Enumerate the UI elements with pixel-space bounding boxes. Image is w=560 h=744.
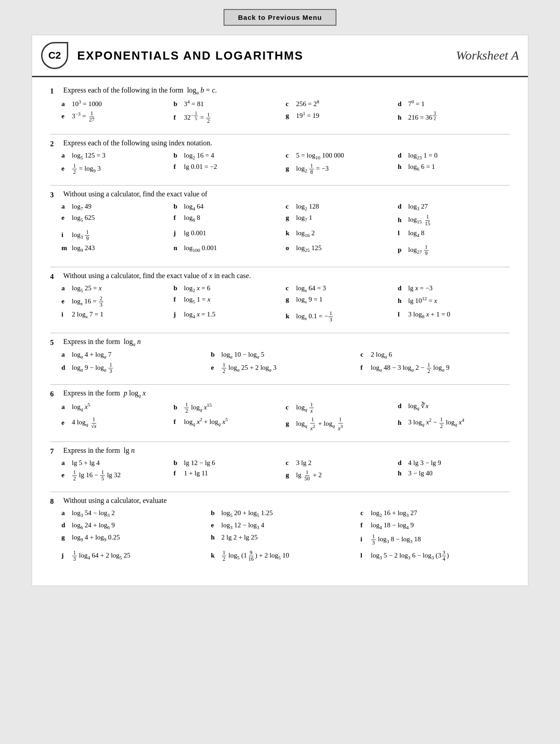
list-item: d70 = 1 [398,99,510,108]
list-item: blog2 16 = 4 [173,152,285,160]
list-item: h3 − lg 40 [398,470,510,482]
list-item: flg 0.01 = −2 [173,163,285,175]
list-item: olog25 125 [286,244,398,256]
q8-text: Without using a calculator, evaluate [63,497,509,505]
question-4: 4 Without using a calculator, find the e… [50,272,510,323]
list-item: alog3 54 − log3 2 [61,509,211,518]
q5-parts: aloga 4 + loga 7 bloga 10 − loga 5 c2 lo… [61,351,510,374]
worksheet-label: Worksheet A [456,48,519,63]
content: 1 Express each of the following in the f… [32,77,528,586]
list-item: bloga 10 − loga 5 [211,351,360,359]
list-item: e12 loga 25 + 2 loga 3 [211,362,360,374]
list-item: clog2 16 + log3 27 [360,509,510,518]
q1-number: 1 [50,87,61,95]
q3-parts: alog7 49 blog4 64 clog2 128 dlog3 27 elo… [61,203,510,256]
list-item: dlog23 1 = 0 [398,152,510,160]
list-item: dlg x = −3 [398,284,510,293]
list-item: dlog3 27 [398,203,510,211]
list-item: f32−15 = 12 [173,111,285,124]
list-item: dlog6 24 + log6 9 [61,521,211,530]
q2-text: Express each of the following using inde… [63,139,509,147]
list-item: l3 log8 x + 1 = 0 [398,311,510,323]
q4-parts: alog5 25 = x blog2 x = 6 clogx 64 = 3 dl… [61,284,510,323]
list-item: g191 = 19 [286,111,398,124]
list-item: alog5 125 = 3 [61,152,173,160]
list-item: alog5 25 = x [61,284,173,293]
q4-text: Without using a calculator, find the exa… [63,272,509,280]
list-item: llog3 5 − 2 log3 6 − log3 (334) [360,550,510,562]
list-item: flogq x2 + logq x5 [173,417,285,431]
list-item: jlog4 x = 1.5 [173,311,285,323]
list-item: h2 lg 2 + lg 25 [211,534,360,546]
question-2: 2 Express each of the following using in… [50,139,510,175]
question-7: 7 Express in the form lg n alg 5 + lg 4 … [50,446,510,482]
q7-number: 7 [50,447,61,456]
q4-number: 4 [50,273,61,281]
list-item: aloga 4 + loga 7 [61,351,211,359]
q8-number: 8 [50,498,61,506]
list-item: glog7 1 [286,214,398,226]
list-item: c3 lg 2 [286,459,398,467]
list-item: b12 logq x15 [173,402,285,414]
list-item: clogq 1x [286,402,398,414]
q3-text: Without using a calculator, find the exa… [63,190,509,198]
list-item: dlogq ∛x [398,402,510,414]
list-item: hlog15 115 [398,214,510,226]
list-item: elog3 12 − log3 4 [211,521,360,530]
q3-number: 3 [50,191,61,199]
list-item: k12 log5 (1916) + 2 log5 10 [211,550,360,562]
list-item: e4 logq 1√x [61,417,173,431]
list-item: c2 loga 6 [360,351,510,359]
q6-number: 6 [50,390,61,398]
question-8: 8 Without using a calculator, evaluate a… [50,497,510,562]
list-item: a103 = 1000 [61,99,173,108]
list-item: c5 = log10 100 000 [286,152,398,160]
list-item: elogx 16 = 23 [61,296,173,308]
question-3: 3 Without using a calculator, find the e… [50,190,510,256]
list-item: klogx 0.1 = −13 [286,311,398,323]
list-item: c256 = 28 [286,99,398,108]
list-item: b34 = 81 [173,99,285,108]
question-1: 1 Express each of the following in the f… [50,86,510,124]
list-item: alg 5 + lg 4 [61,459,173,467]
q6-parts: alogq x5 b12 logq x15 clogq 1x dlogq ∛x … [61,402,510,432]
list-item: h3 logq x2 − 12 logq x4 [398,417,510,431]
q7-parts: alg 5 + lg 4 blg 12 − lg 6 c3 lg 2 d4 lg… [61,459,510,482]
list-item: e12 lg 16 − 15 lg 32 [61,470,173,482]
c2-badge: C2 [41,42,68,69]
list-item: flog8 8 [173,214,285,226]
list-item: dloga 9 − loga 13 [61,362,211,374]
list-item: blog4 64 [173,203,285,211]
list-item: hlg 1012 = x [398,296,510,308]
list-item: llog4 8 [398,229,510,242]
list-item: glog2 18 = −3 [286,163,398,175]
back-button[interactable]: Back to Previous Menu [224,9,336,26]
list-item: jlg 0.001 [173,229,285,242]
list-item: mlog9 243 [61,244,173,256]
question-6: 6 Express in the form p logq x alogq x5 … [50,389,510,432]
worksheet-container: C2 EXPONENTIALS AND LOGARITHMS Worksheet… [32,35,528,586]
list-item: plog27 19 [398,244,510,256]
list-item: glog9 4 + log9 0.25 [61,534,211,546]
list-item: alog7 49 [61,203,173,211]
list-item: clogx 64 = 3 [286,284,398,293]
list-item: blog2 x = 6 [173,284,285,293]
list-item: glogq 1x2 + logq 1x3 [286,417,398,431]
list-item: h216 = 3632 [398,111,510,124]
list-item: j13 log4 64 + 2 log5 25 [61,550,211,562]
list-item: alogq x5 [61,402,173,414]
q1-parts: a103 = 1000 b34 = 81 c256 = 28 d70 = 1 e… [61,99,510,124]
q1-text: Express each of the following in the for… [63,86,509,95]
q8-parts: alog3 54 − log3 2 blog5 20 + log5 1.25 c… [61,509,510,562]
list-item: clog2 128 [286,203,398,211]
list-item: d4 lg 3 − lg 9 [398,459,510,467]
list-item: floga 48 − 3 loga 2 − 12 loga 9 [360,362,510,374]
list-item: glogx 9 = 1 [286,296,398,308]
list-item: e12 = log9 3 [61,163,173,175]
list-item: blg 12 − lg 6 [173,459,285,467]
list-item: nlog100 0.001 [173,244,285,256]
q6-text: Express in the form p logq x [63,389,509,398]
header: C2 EXPONENTIALS AND LOGARITHMS Worksheet… [32,35,528,77]
question-5: 5 Express in the form loga n aloga 4 + l… [50,338,510,374]
list-item: glg 150 + 2 [286,470,398,482]
